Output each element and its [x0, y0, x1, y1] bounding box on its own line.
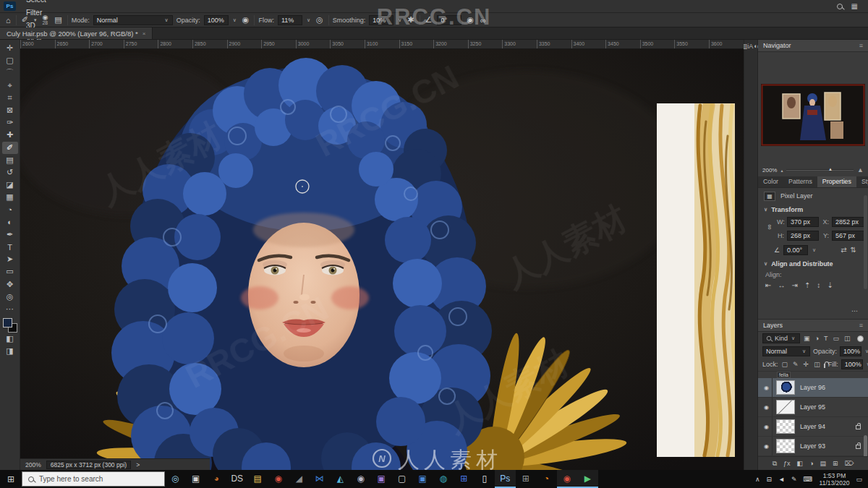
chevron-down-icon[interactable]: ∨ [397, 17, 402, 23]
layer-row[interactable]: ◉ Layer 95 [758, 398, 868, 417]
layer-thumbnail[interactable] [776, 439, 795, 453]
clock[interactable]: 1:53 PM 11/13/2020 [820, 472, 850, 487]
delete-layer-icon[interactable]: ⌦ [845, 460, 854, 468]
app-light-icon[interactable]: ▢ [392, 470, 413, 488]
flip-horizontal-icon[interactable]: ⇄ [841, 246, 846, 254]
app-grid-icon[interactable]: ⊞ [516, 470, 537, 488]
document-app-icon[interactable]: ▯ [475, 470, 495, 488]
smoothing-gear-icon[interactable]: ✱ [406, 15, 415, 25]
layer-opacity-input[interactable]: 100% [840, 346, 861, 356]
zoom-level[interactable]: 200% [25, 461, 41, 468]
visibility-eye-icon[interactable]: ◉ [761, 417, 773, 436]
visibility-eye-icon[interactable]: ◉ [761, 378, 773, 397]
more-options-icon[interactable]: ⋯ [851, 307, 858, 314]
move-tool[interactable]: ✛ [2, 42, 18, 54]
chevron-down-icon[interactable]: ∨ [864, 348, 868, 354]
app-teal-icon[interactable]: ◍ [433, 470, 454, 488]
chevron-down-icon[interactable]: ∨ [812, 247, 817, 253]
layer-thumbnail[interactable] [776, 380, 795, 395]
pen-tool[interactable]: ✒ [2, 228, 18, 241]
align-left-icon[interactable]: ⇤ [765, 281, 771, 289]
history-brush-tool[interactable]: ↺ [2, 166, 18, 179]
align-bottom-icon[interactable]: ⇣ [827, 281, 833, 289]
chevron-down-icon[interactable]: ∨ [866, 361, 868, 367]
search-icon[interactable] [837, 4, 843, 9]
align-center-h-icon[interactable]: ↔ [778, 281, 785, 289]
layer-effects-icon[interactable]: ƒx [783, 460, 791, 468]
zoom-out-icon[interactable]: ▴ [780, 168, 783, 173]
chevron-down-icon[interactable]: ▾ [33, 17, 38, 23]
app-window-icon[interactable]: ⊞ [454, 470, 475, 488]
airbrush-icon[interactable]: ◎ [315, 15, 325, 25]
link-layers-icon[interactable]: ⧉ [773, 460, 777, 468]
status-arrow-icon[interactable]: > [136, 461, 140, 468]
filter-smart-icon[interactable]: ◫ [843, 335, 851, 342]
lock-all-icon[interactable] [824, 364, 825, 368]
close-icon[interactable]: × [142, 30, 146, 37]
chrome-2-icon[interactable]: ◉ [557, 470, 578, 488]
flow-input[interactable]: 11% [278, 15, 302, 25]
blender-icon[interactable]: ◔ [536, 470, 557, 488]
powershell-icon[interactable]: ▶ [577, 470, 598, 488]
type-tool[interactable]: T [2, 241, 18, 253]
adjustment-layer-icon[interactable]: ◑ [809, 460, 813, 468]
hidden-icons-chevron[interactable]: ∧ [755, 476, 760, 483]
object-selection-tool[interactable]: ⌖ [2, 80, 18, 92]
smoothing-input[interactable]: 10% [369, 15, 393, 25]
marquee-tool[interactable]: ▢ [2, 54, 18, 67]
menu-item[interactable]: Select [21, 0, 57, 7]
zoom-in-icon[interactable]: ▲ [857, 166, 864, 174]
new-layer-icon[interactable]: ⊞ [833, 460, 838, 468]
eyedropper-tool[interactable]: ✑ [2, 116, 18, 129]
canvas-artwork[interactable]: 人人素材 RRCG.CN 人人素材 RRCG.CN 人人素材 N 人人素材 [20, 49, 744, 470]
pressure-size-icon[interactable]: ◉ [465, 15, 475, 25]
document-tab[interactable]: Culy Hair.psb @ 200% (Layer 96, RGB/8) *… [0, 27, 153, 39]
panel-menu-icon[interactable]: ≡ [859, 42, 863, 49]
height-input[interactable]: 268 px [787, 231, 819, 241]
crop-tool[interactable]: ⌗ [2, 92, 18, 104]
screen-mode-icon[interactable]: ◨ [2, 345, 18, 357]
symmetry-icon[interactable]: ∞ [479, 16, 488, 25]
x-input[interactable]: 2852 px [832, 217, 867, 227]
brush-tool-icon[interactable]: ✐ [20, 15, 30, 25]
task-view-icon[interactable]: ▣ [186, 470, 207, 488]
gradient-tool[interactable]: ▦ [2, 191, 18, 203]
shape-tool[interactable]: ▭ [2, 265, 18, 278]
layer-filter-select[interactable]: Kind ∨ [762, 333, 800, 343]
angle-input[interactable]: 0.00° [783, 245, 808, 255]
align-top-icon[interactable]: ⇡ [804, 281, 810, 289]
panel-menu-icon[interactable]: ≡ [859, 322, 863, 329]
app-bowtie-icon[interactable]: ⋈ [310, 470, 331, 488]
quick-mask-icon[interactable]: ◧ [2, 333, 18, 345]
lasso-tool[interactable]: ⌒ [2, 67, 18, 79]
blend-mode-select[interactable]: Normal ∨ [93, 15, 173, 25]
healing-brush-tool[interactable]: ✚ [2, 129, 18, 141]
brush-angle-input[interactable]: 0° [437, 15, 461, 25]
navigator-zoom-value[interactable]: 200% [762, 167, 777, 174]
dodge-tool[interactable]: ◐ [2, 216, 18, 228]
y-input[interactable]: 567 px [832, 231, 867, 241]
path-selection-tool[interactable]: ➤ [2, 253, 18, 265]
layer-blend-mode-select[interactable]: Normal ∨ [762, 346, 810, 356]
frame-tool[interactable]: ⊠ [2, 104, 18, 116]
app-blue-icon[interactable]: ▣ [412, 470, 433, 488]
clone-stamp-tool[interactable]: ▤ [2, 154, 18, 166]
volume-icon[interactable]: ◄ [778, 476, 785, 483]
file-explorer-icon[interactable]: ▤ [247, 470, 268, 488]
width-input[interactable]: 370 px [787, 217, 819, 227]
filter-type-icon[interactable]: T [823, 335, 829, 342]
opacity-input[interactable]: 100% [204, 15, 229, 25]
link-dimensions-icon[interactable]: ∞ [766, 224, 774, 233]
filter-pixel-icon[interactable]: ▣ [803, 335, 811, 342]
color-swatches[interactable] [3, 318, 17, 333]
brush-preset-picker[interactable]: ◉ 28 [41, 15, 49, 25]
visibility-eye-icon[interactable]: ◉ [761, 398, 773, 416]
foreground-color-swatch[interactable] [3, 318, 12, 328]
horizontal-ruler[interactable]: 2600265027002750280028502900295030003050… [20, 40, 744, 49]
notifications-icon[interactable]: ▭ [856, 476, 862, 483]
align-center-v-icon[interactable]: ↕ [817, 281, 820, 289]
chevron-down-icon[interactable]: ∨ [232, 17, 237, 23]
navigator-thumbnail[interactable] [758, 84, 868, 146]
search-input[interactable] [39, 475, 148, 483]
filter-toggle[interactable] [857, 335, 864, 342]
